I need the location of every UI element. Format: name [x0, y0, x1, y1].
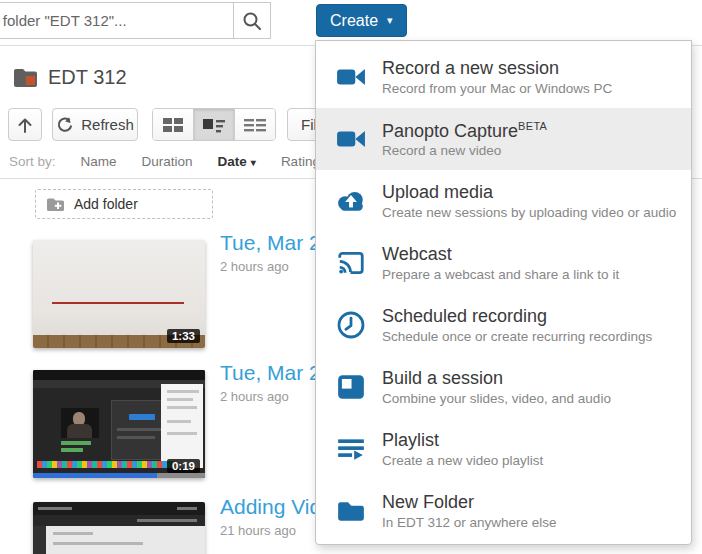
view-grid-button[interactable] — [153, 109, 193, 140]
folder-icon — [13, 67, 38, 88]
menu-item-build-a-session[interactable]: Build a session Combine your slides, vid… — [316, 356, 691, 418]
video-timestamp: 2 hours ago — [220, 259, 289, 274]
thumbnail-detail — [129, 414, 155, 420]
menu-item-title: Playlist — [382, 430, 439, 450]
grid-view-icon — [162, 116, 184, 134]
sort-bar: Sort by: Name Duration Date▾ Rating — [9, 154, 320, 169]
details-view-icon — [243, 116, 267, 134]
parent-folder-button[interactable] — [8, 108, 42, 141]
view-list-button[interactable] — [193, 109, 234, 140]
thumbnail-detail — [33, 370, 205, 380]
sort-by-label: Sort by: — [9, 154, 56, 169]
menu-item-upload-media[interactable]: Upload media Create new sessions by uplo… — [316, 170, 691, 232]
arrow-up-icon — [16, 116, 34, 134]
thumbnail-detail — [167, 390, 199, 393]
search-input[interactable]: in folder "EDT 312"... — [0, 2, 234, 39]
menu-item-record-a-new-session[interactable]: Record a new session Record from your Ma… — [316, 46, 691, 108]
page-title: EDT 312 — [48, 66, 127, 89]
menu-item-subtitle: Combine your slides, video, and audio — [382, 391, 611, 406]
video-thumbnail[interactable]: 0:19 — [33, 370, 205, 478]
thumbnail-detail — [33, 473, 157, 478]
video-thumbnail[interactable]: 1:33 — [33, 240, 205, 348]
sort-option-duration[interactable]: Duration — [142, 154, 193, 169]
thumbnail-detail — [157, 473, 205, 478]
menu-item-subtitle: Schedule once or create recurring record… — [382, 329, 652, 344]
cast-icon — [336, 248, 366, 278]
create-button[interactable]: Create ▾ — [316, 4, 407, 37]
menu-item-subtitle: Record a new video — [382, 143, 547, 158]
thumbnail-detail — [117, 428, 163, 431]
menu-item-subtitle: Create new sessions by uploading video o… — [382, 205, 676, 220]
thumbnail-detail — [33, 526, 46, 554]
menu-item-subtitle: Prepare a webcast and share a link to it — [382, 267, 619, 282]
video-camera-icon — [336, 124, 366, 154]
chevron-down-icon: ▾ — [251, 157, 256, 168]
menu-item-title: New Folder — [382, 492, 474, 512]
thumbnail-detail — [53, 532, 93, 535]
menu-item-title: Scheduled recording — [382, 306, 547, 326]
menu-item-panopto-capture[interactable]: Panopto CaptureBETA Record a new video — [316, 108, 691, 170]
folder-icon — [336, 496, 366, 526]
create-dropdown-menu: Record a new session Record from your Ma… — [315, 40, 692, 545]
thumbnail-detail — [117, 436, 155, 439]
menu-item-subtitle: Record from your Mac or Windows PC — [382, 81, 612, 96]
thumbnail-detail — [177, 507, 197, 510]
video-timestamp: 21 hours ago — [220, 523, 296, 538]
menu-item-new-folder[interactable]: New Folder In EDT 312 or anywhere else — [316, 480, 691, 542]
refresh-button[interactable]: Refresh — [52, 108, 138, 141]
thumbnail-detail — [161, 384, 203, 468]
refresh-icon — [56, 116, 74, 134]
video-title-link[interactable]: Tue, Mar 2 — [220, 231, 321, 255]
refresh-label: Refresh — [81, 116, 134, 133]
thumbnail-detail — [167, 420, 191, 423]
thumbnail-detail — [167, 406, 197, 409]
sort-option-name[interactable]: Name — [81, 154, 117, 169]
thumbnail-detail — [67, 424, 92, 438]
thumbnail-detail — [167, 398, 193, 401]
view-details-button[interactable] — [234, 109, 275, 140]
thumbnail-detail — [61, 441, 91, 445]
clock-icon — [336, 310, 366, 340]
duration-badge: 1:33 — [167, 329, 200, 343]
thumbnail-detail — [52, 302, 184, 304]
view-mode-group — [152, 108, 276, 141]
duration-badge: 0:19 — [167, 459, 200, 473]
video-thumbnail[interactable] — [33, 502, 205, 554]
video-title-link[interactable]: Tue, Mar 2 — [220, 361, 321, 385]
add-folder-label: Add folder — [74, 196, 138, 212]
search-icon — [241, 10, 263, 32]
menu-item-title: Webcast — [382, 244, 452, 264]
video-camera-icon — [336, 62, 366, 92]
menu-item-title: Panopto Capture — [382, 121, 518, 141]
thumbnail-detail — [38, 507, 72, 510]
beta-badge: BETA — [518, 120, 547, 132]
add-folder-button[interactable]: Add folder — [35, 189, 213, 219]
search-button[interactable] — [233, 2, 271, 39]
list-view-icon — [202, 116, 226, 134]
panopto-folder-page: in folder "EDT 312"... Create ▾ EDT 312 — [0, 0, 702, 554]
menu-item-title: Record a new session — [382, 58, 559, 78]
menu-item-webcast[interactable]: Webcast Prepare a webcast and share a li… — [316, 232, 691, 294]
menu-item-subtitle: In EDT 312 or anywhere else — [382, 515, 557, 530]
menu-item-playlist[interactable]: Playlist Create a new video playlist — [316, 418, 691, 480]
build-icon — [336, 372, 366, 402]
thumbnail-detail — [61, 448, 83, 452]
upload-cloud-icon — [336, 186, 366, 216]
chevron-down-icon: ▾ — [387, 15, 393, 26]
thumbnail-detail — [137, 519, 197, 522]
menu-item-scheduled-recording[interactable]: Scheduled recording Schedule once or cre… — [316, 294, 691, 356]
add-folder-icon — [46, 197, 65, 212]
create-button-label: Create — [330, 12, 378, 30]
playlist-icon — [336, 434, 366, 464]
menu-item-title: Upload media — [382, 182, 493, 202]
menu-item-subtitle: Create a new video playlist — [382, 453, 543, 468]
folder-header: EDT 312 — [13, 66, 127, 89]
sort-option-date[interactable]: Date▾ — [218, 154, 256, 169]
thumbnail-detail — [53, 542, 143, 545]
video-title-link[interactable]: Adding Vid — [220, 495, 321, 519]
video-timestamp: 2 hours ago — [220, 389, 289, 404]
search-input-value: in folder "EDT 312"... — [0, 12, 127, 29]
thumbnail-detail — [167, 432, 197, 435]
menu-item-title: Build a session — [382, 368, 503, 388]
thumbnail-detail — [37, 461, 175, 468]
